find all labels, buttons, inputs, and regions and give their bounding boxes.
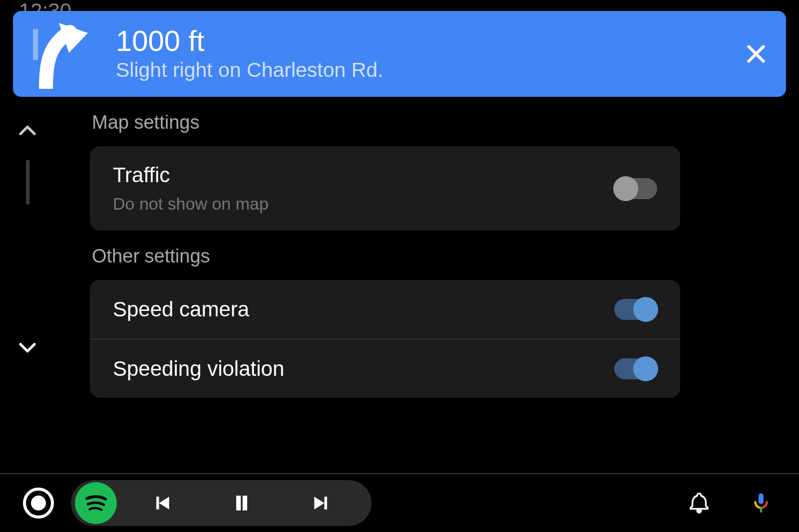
setting-labels: Traffic Do not show on map xyxy=(113,163,614,214)
scroll-gutter xyxy=(0,97,55,473)
scroll-down-button[interactable] xyxy=(17,336,38,357)
setting-subtitle: Do not show on map xyxy=(113,194,614,214)
svg-rect-0 xyxy=(33,29,38,60)
close-icon xyxy=(745,43,767,65)
toggle-speeding-violation[interactable] xyxy=(614,358,657,379)
setting-row-traffic[interactable]: Traffic Do not show on map xyxy=(90,146,680,231)
navigation-banner[interactable]: 1000 ft Slight right on Charleston Rd. xyxy=(13,11,786,97)
close-button[interactable] xyxy=(738,36,774,72)
scroll-up-button[interactable] xyxy=(17,121,38,142)
setting-row-speed-camera[interactable]: Speed camera xyxy=(90,280,680,339)
turn-slight-right-icon xyxy=(27,19,97,89)
spotify-icon[interactable] xyxy=(75,482,117,524)
system-bar xyxy=(0,473,799,532)
settings-list: Map settings Traffic Do not show on map … xyxy=(90,97,680,473)
setting-labels: Speed camera xyxy=(113,297,614,321)
navigation-text: 1000 ft Slight right on Charleston Rd. xyxy=(97,26,738,82)
scroll-track xyxy=(26,160,29,205)
notifications-button[interactable] xyxy=(684,488,714,518)
mic-icon xyxy=(750,492,773,515)
assistant-mic-button[interactable] xyxy=(746,488,776,518)
navigation-distance: 1000 ft xyxy=(116,26,738,56)
settings-content: Map settings Traffic Do not show on map … xyxy=(0,97,799,473)
navigation-instruction: Slight right on Charleston Rd. xyxy=(116,58,738,82)
svg-rect-1 xyxy=(759,494,764,504)
toggle-traffic[interactable] xyxy=(614,178,657,199)
settings-card-map: Traffic Do not show on map xyxy=(90,146,680,231)
settings-card-other: Speed camera Speeding violation xyxy=(90,280,680,398)
setting-labels: Speeding violation xyxy=(113,357,614,381)
media-play-pause-button[interactable] xyxy=(207,483,277,523)
media-controls xyxy=(71,480,372,526)
media-previous-button[interactable] xyxy=(127,483,197,523)
setting-title: Speed camera xyxy=(113,297,614,321)
toggle-speed-camera[interactable] xyxy=(614,299,657,320)
setting-title: Traffic xyxy=(113,163,614,187)
media-next-button[interactable] xyxy=(287,483,357,523)
bell-icon xyxy=(688,492,711,515)
section-title-other-settings: Other settings xyxy=(92,246,680,267)
screen: 12:30 1000 ft Slight right on Charleston… xyxy=(0,0,799,532)
setting-title: Speeding violation xyxy=(113,357,614,381)
section-title-map-settings: Map settings xyxy=(92,112,680,133)
home-button[interactable] xyxy=(23,488,54,519)
setting-row-speeding-violation[interactable]: Speeding violation xyxy=(90,339,680,398)
